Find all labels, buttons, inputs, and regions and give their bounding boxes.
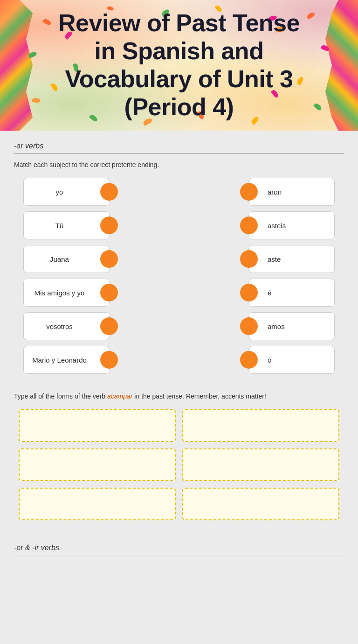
instruction-prefix: Type all of the forms of the verb xyxy=(14,392,107,400)
ending-label-aste: aste xyxy=(268,255,281,263)
conjugation-input-2[interactable] xyxy=(182,409,339,442)
connector-dot-left-4 xyxy=(100,284,118,301)
ar-verbs-heading: -ar verbs xyxy=(14,142,344,154)
right-group-3: aste xyxy=(198,245,335,273)
subject-card-juana[interactable]: Juana xyxy=(23,245,110,273)
right-group-2: asteis xyxy=(198,211,335,239)
left-group-5: vosotros xyxy=(23,312,160,340)
ending-card-amos[interactable]: amos xyxy=(248,312,335,340)
connector-dot-right-6 xyxy=(240,351,258,369)
ending-card-asteis[interactable]: asteis xyxy=(248,211,335,239)
er-ir-section: -er & -ir verbs xyxy=(14,539,344,555)
page-title: Review of Past Tense in Spanish and Voca… xyxy=(30,0,328,130)
ending-card-o[interactable]: ó xyxy=(248,346,335,374)
right-group-6: ó xyxy=(198,346,335,374)
conjugation-grid xyxy=(14,409,344,520)
ending-card-aron[interactable]: aron xyxy=(248,178,335,206)
connector-dot-left-1 xyxy=(100,183,118,201)
header: Review of Past Tense in Spanish and Voca… xyxy=(0,0,358,131)
subject-card-ellos[interactable]: Mario y Leonardo xyxy=(23,346,110,374)
connector-dot-left-6 xyxy=(100,351,118,369)
conjugation-instruction: Type all of the forms of the verb acampa… xyxy=(14,392,344,400)
conjugation-input-4[interactable] xyxy=(182,448,339,481)
matching-exercise: yo aron Tú xyxy=(14,178,344,374)
conjugation-input-5[interactable] xyxy=(19,488,176,520)
ending-label-o: ó xyxy=(268,356,271,364)
ending-card-aste[interactable]: aste xyxy=(248,245,335,273)
connector-dot-right-1 xyxy=(240,183,258,201)
left-group-6: Mario y Leonardo xyxy=(23,346,160,374)
ending-label-asteis: asteis xyxy=(268,222,286,230)
conjugation-input-3[interactable] xyxy=(19,448,176,481)
subject-card-tu[interactable]: Tú xyxy=(23,211,110,239)
floral-decoration-left xyxy=(0,0,33,131)
connector-dot-left-3 xyxy=(100,250,118,268)
subject-card-yo[interactable]: yo xyxy=(23,178,110,206)
subject-label-juana: Juana xyxy=(50,255,69,263)
subject-label-ellos: Mario y Leonardo xyxy=(32,356,87,364)
subject-label-yo: yo xyxy=(56,188,63,196)
connector-dot-left-2 xyxy=(100,217,118,234)
conjugation-input-6[interactable] xyxy=(182,488,339,520)
left-group-3: Juana xyxy=(23,245,160,273)
subject-label-vosotros: vosotros xyxy=(46,322,73,330)
ending-label-amos: amos xyxy=(268,322,285,330)
ar-verbs-section: -ar verbs Match each subject to the corr… xyxy=(14,142,344,374)
main-content: -ar verbs Match each subject to the corr… xyxy=(0,131,358,644)
matching-row-1: yo aron xyxy=(23,178,335,206)
subject-card-nosotros[interactable]: Mis amigos y yo xyxy=(23,279,110,307)
conjugation-section: Type all of the forms of the verb acampa… xyxy=(14,392,344,520)
conjugation-input-1[interactable] xyxy=(19,409,176,442)
right-group-5: amos xyxy=(198,312,335,340)
connector-dot-right-3 xyxy=(240,250,258,268)
connector-dot-left-5 xyxy=(100,317,118,335)
ending-card-e[interactable]: é xyxy=(248,279,335,307)
connector-dot-right-5 xyxy=(240,317,258,335)
instruction-suffix: in the past tense. Remember, accents mat… xyxy=(132,392,266,400)
connector-dot-right-4 xyxy=(240,284,258,301)
right-group-1: aron xyxy=(198,178,335,206)
matching-row-2: Tú asteis xyxy=(23,211,335,239)
subject-label-nosotros: Mis amigos y yo xyxy=(34,289,85,297)
subject-label-tu: Tú xyxy=(55,222,64,230)
connector-dot-right-2 xyxy=(240,217,258,234)
ending-label-e: é xyxy=(268,289,271,297)
left-group-1: yo xyxy=(23,178,160,206)
matching-row-5: vosotros amos xyxy=(23,312,335,340)
matching-row-4: Mis amigos y yo é xyxy=(23,279,335,307)
right-group-4: é xyxy=(198,279,335,307)
left-group-2: Tú xyxy=(23,211,160,239)
subject-card-vosotros[interactable]: vosotros xyxy=(23,312,110,340)
ending-label-aron: aron xyxy=(268,188,282,196)
matching-row-6: Mario y Leonardo ó xyxy=(23,346,335,374)
left-group-4: Mis amigos y yo xyxy=(23,279,160,307)
matching-instruction: Match each subject to the correct preter… xyxy=(14,161,344,168)
matching-row-3: Juana aste xyxy=(23,245,335,273)
er-ir-heading: -er & -ir verbs xyxy=(14,544,344,555)
verb-name: acampar xyxy=(107,392,132,400)
